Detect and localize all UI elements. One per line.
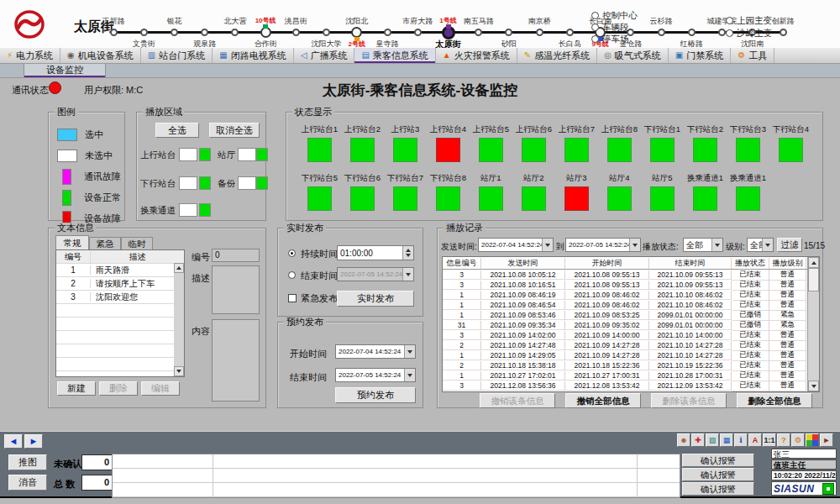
chevron-down-icon[interactable] [542, 239, 553, 251]
station-dot[interactable] [688, 29, 696, 36]
text-tab-临时[interactable]: 临时 [121, 237, 153, 249]
menu-tab-工具[interactable]: ⚙工具 [731, 48, 774, 63]
push-screen-button[interactable]: 推图 [8, 454, 47, 470]
ack-alarm-button[interactable]: 确认报警 [682, 482, 754, 496]
text-tab-常规[interactable]: 常规 [55, 235, 89, 249]
menu-tab-门禁系统[interactable]: ▣门禁系统 [669, 48, 731, 63]
record-row[interactable]: 32021.10.08 10:16:512021.10.08 09:55:132… [443, 280, 819, 290]
record-row[interactable]: 12021.10.09 08:53:462021.10.09 08:53:252… [443, 310, 819, 320]
record-row[interactable]: 22021.10.09 14:27:482021.10.09 14:27:282… [443, 340, 819, 350]
zone-status-box[interactable] [199, 176, 211, 190]
station-dot[interactable] [414, 29, 422, 36]
menu-tab-站台门系统[interactable]: ▥站台门系统 [141, 48, 213, 63]
scroll-down-icon[interactable] [808, 381, 819, 391]
exit-icon[interactable]: ► [820, 433, 833, 447]
text-list-scrollbar[interactable] [174, 263, 184, 376]
zone-status-box[interactable] [256, 148, 268, 161]
start-time-combo[interactable]: 2022-07-04 14:52:24 [335, 344, 416, 359]
chevron-down-icon[interactable] [404, 345, 415, 358]
zone-select-box[interactable] [238, 176, 256, 190]
station-dot[interactable] [536, 29, 543, 36]
nav-forward-button[interactable]: ► [24, 434, 43, 449]
zone-status-box[interactable] [256, 176, 268, 190]
menu-tab-乘客信息系统[interactable]: ▤乘客信息系统 [354, 48, 435, 63]
zone-select-box[interactable] [238, 148, 256, 161]
text-info-list[interactable]: 编号描述1雨天路滑2请按顺序上下车3沈阳欢迎您 [55, 249, 185, 377]
record-row[interactable]: 32021.10.08 10:05:122021.10.08 09:55:132… [443, 270, 819, 280]
region-radio[interactable] [591, 35, 599, 43]
scroll-down-icon[interactable] [174, 366, 184, 376]
zone-status-box[interactable] [199, 203, 211, 217]
text-list-row[interactable]: 1雨天路滑 [56, 264, 184, 277]
zone-select-box[interactable] [179, 176, 197, 190]
menu-tab-闭路电视系统[interactable]: ▦闭路电视系统 [213, 48, 293, 63]
station-dot[interactable] [658, 29, 665, 36]
record-action-button-3[interactable]: 删除全部信息 [737, 393, 812, 408]
menu-tab-感温光纤系统[interactable]: ✎感温光纤系统 [517, 48, 597, 63]
station-dot[interactable] [780, 29, 787, 36]
station-dot[interactable] [292, 29, 300, 36]
duration-input[interactable]: 01:00:00 [337, 245, 414, 260]
compass-icon[interactable]: A [748, 433, 762, 447]
description-field[interactable] [212, 265, 260, 314]
alarm-list[interactable] [112, 454, 680, 498]
ack-alarm-button[interactable]: 确认报警 [682, 468, 754, 481]
menu-tab-机电设备系统[interactable]: ◉机电设备系统 [60, 48, 141, 63]
station-dot[interactable] [110, 29, 118, 36]
zone-select-box[interactable] [179, 148, 197, 161]
content-field[interactable] [212, 319, 260, 402]
spinner-arrows-icon[interactable] [402, 246, 413, 260]
region-radio[interactable] [591, 24, 599, 31]
record-action-button-1[interactable]: 撤销全部信息 [565, 393, 641, 408]
station-dot[interactable] [566, 29, 574, 36]
deselect-all-button[interactable]: 取消全选 [209, 123, 260, 138]
send-from-combo[interactable]: 2022-07-04 14:52:24 [478, 238, 554, 252]
station-dot[interactable] [475, 29, 482, 36]
select-all-button[interactable]: 全选 [155, 123, 199, 138]
menu-tab-吸气式系统[interactable]: ◎吸气式系统 [597, 48, 669, 63]
station-dot[interactable] [171, 29, 178, 36]
menu-tab-电力系统[interactable]: ⚡电力系统 [0, 48, 60, 63]
station-dot[interactable] [384, 29, 391, 36]
filter-button[interactable]: 过滤 [777, 238, 802, 252]
record-row[interactable]: 32021.12.08 13:56:362021.12.08 13:53:422… [443, 381, 819, 391]
id-field[interactable]: 0 [212, 249, 260, 262]
end-time-radio[interactable] [288, 271, 296, 279]
region-radio[interactable] [591, 12, 599, 19]
record-row[interactable]: 12021.10.09 08:46:542021.10.09 08:46:022… [443, 300, 819, 310]
alarm-users-icon[interactable]: ☻ [677, 433, 690, 447]
chevron-down-icon[interactable] [402, 268, 413, 281]
station-dot[interactable] [323, 29, 330, 36]
nav-back-button[interactable]: ◄ [4, 434, 23, 449]
scroll-thumb[interactable] [808, 268, 819, 291]
mute-button[interactable]: 消音 [8, 475, 47, 491]
station-dot[interactable] [201, 29, 208, 36]
record-row[interactable]: 312021.10.09 09:35:342021.10.09 09:35:02… [443, 320, 819, 330]
chevron-down-icon[interactable] [629, 239, 640, 251]
send-to-combo[interactable]: 2022-07-05 14:52:24 [565, 238, 641, 252]
end-time-combo[interactable]: 2022-07-05 14:52:24 [335, 368, 416, 382]
ack-alarm-button[interactable]: 确认报警 [682, 454, 754, 467]
menu-tab-火灾报警系统[interactable]: ▲火灾报警系统 [436, 48, 517, 63]
level-combo[interactable]: 全部 [747, 238, 774, 252]
chevron-down-icon[interactable] [711, 239, 722, 251]
scroll-up-icon[interactable] [174, 263, 184, 273]
text-list-row[interactable]: 2请按顺序上下车 [56, 277, 184, 291]
record-row[interactable]: 32021.10.09 14:02:002021.10.09 14:00:002… [443, 330, 819, 340]
record-scrollbar[interactable] [807, 257, 819, 391]
scheduled-publish-button[interactable]: 预约发布 [335, 387, 416, 403]
record-row[interactable]: 22021.10.18 15:38:182021.10.18 15:22:362… [443, 360, 819, 370]
zone-select-box[interactable] [179, 203, 197, 217]
menu-tab-广播系统[interactable]: ◁广播系统 [294, 48, 355, 63]
palette-grid-icon[interactable] [806, 433, 819, 447]
add-chart-icon[interactable]: ▦ [720, 433, 733, 447]
record-row[interactable]: 12021.10.09 14:29:052021.10.09 14:27:282… [443, 350, 819, 360]
end-time-combo[interactable]: 2022-07-05 14:52:24 [337, 267, 414, 281]
one-to-one-icon[interactable]: 1:1 [763, 433, 776, 447]
help-icon[interactable]: ? [777, 433, 790, 447]
chevron-down-icon[interactable] [762, 239, 773, 251]
play-record-table[interactable]: 信息编号发送时间开始时间结束时间播放状态播放级别32021.10.08 10:0… [442, 256, 820, 392]
text-new-button[interactable]: 新建 [57, 381, 96, 396]
pin-icon[interactable]: ✚ [691, 433, 705, 447]
text-list-row[interactable]: 3沈阳欢迎您 [56, 291, 184, 304]
